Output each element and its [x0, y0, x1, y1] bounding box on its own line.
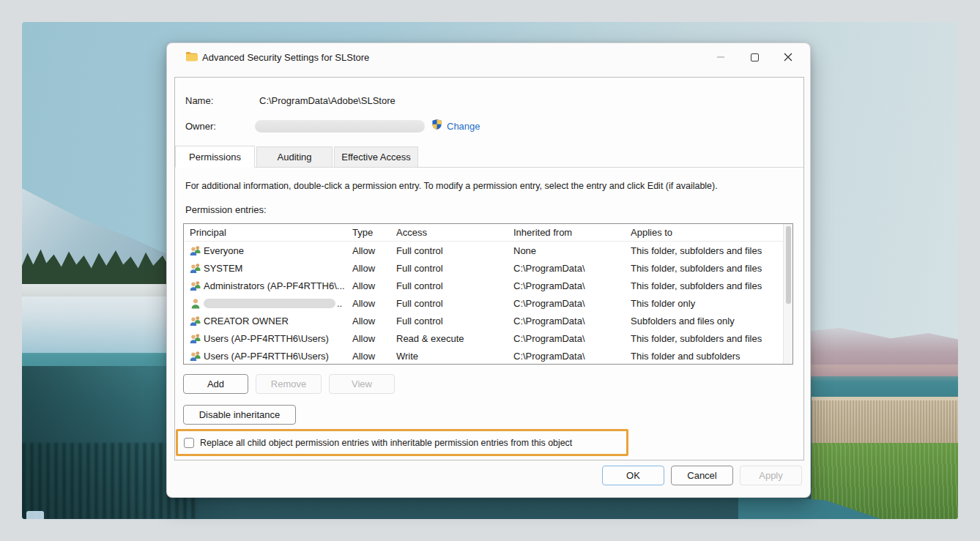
type-value: Allow [352, 263, 396, 274]
inherited-from-value: C:\ProgramData\ [513, 351, 631, 362]
info-text: For additional information, double-click… [185, 181, 718, 191]
permission-entry-row[interactable]: Users (AP-PF4RTTH6\Users)AllowRead & exe… [184, 329, 783, 347]
minimize-icon [717, 56, 724, 58]
access-value: Full control [396, 316, 513, 327]
type-value: Allow [352, 245, 396, 256]
cancel-button[interactable]: Cancel [671, 466, 733, 485]
column-header-inherited-from[interactable]: Inherited from [513, 227, 631, 238]
column-header-applies-to[interactable]: Applies to [631, 227, 783, 238]
principal-cell: CREATOR OWNER [184, 316, 352, 327]
permission-entry-row[interactable]: SYSTEMAllowFull controlC:\ProgramData\Th… [184, 259, 783, 277]
tab-auditing[interactable]: Auditing [256, 146, 333, 167]
column-header-access[interactable]: Access [396, 227, 513, 238]
principal-name: Users (AP-PF4RTTH6\Users) [204, 333, 329, 344]
tab-permissions[interactable]: Permissions [175, 146, 255, 168]
group-icon [190, 333, 204, 344]
replace-permissions-label: Replace all child object permission entr… [200, 438, 572, 448]
permission-entry-row[interactable]: CREATOR OWNERAllowFull controlC:\Program… [184, 312, 783, 329]
permission-entries-table: Principal Type Access Inherited from App… [183, 223, 793, 365]
access-value: Full control [396, 245, 513, 256]
applies-to-value: This folder, subfolders and files [631, 263, 783, 274]
remove-button: Remove [256, 374, 322, 394]
tab-effective-access[interactable]: Effective Access [334, 146, 418, 167]
permission-entries-label: Permission entries: [185, 204, 267, 215]
access-value: Full control [396, 263, 513, 274]
principal-name: Administrators (AP-PF4RTTH6\... [204, 280, 345, 291]
inherited-from-value: C:\ProgramData\ [513, 316, 631, 327]
tab-strip: Permissions Auditing Effective Access [175, 146, 803, 168]
principal-cell: SYSTEM [184, 263, 352, 274]
principal-name: .. [337, 298, 342, 309]
change-owner-link[interactable]: Change [447, 121, 480, 132]
add-button[interactable]: Add [183, 374, 248, 394]
wallpaper-reeds-field [812, 400, 958, 444]
principal-cell: Users (AP-PF4RTTH6\Users) [184, 351, 352, 362]
owner-redacted-pill [255, 120, 425, 133]
permission-entry-row[interactable]: EveryoneAllowFull controlNoneThis folder… [184, 242, 783, 259]
group-icon [190, 280, 204, 291]
highlight-box: Replace all child object permission entr… [176, 429, 628, 456]
applies-to-value: This folder, subfolders and files [631, 245, 783, 256]
close-icon [784, 53, 792, 61]
column-header-type[interactable]: Type [352, 227, 396, 238]
entry-action-buttons: Add Remove View [183, 374, 395, 394]
type-value: Allow [352, 316, 396, 327]
principal-name: Everyone [204, 245, 244, 256]
type-value: Allow [352, 298, 396, 309]
applies-to-value: This folder, subfolders and files [631, 280, 783, 291]
uac-shield-icon [431, 119, 442, 133]
table-body: EveryoneAllowFull controlNoneThis folder… [184, 242, 783, 365]
access-value: Full control [396, 280, 513, 291]
group-icon [190, 351, 204, 362]
principal-cell: Administrators (AP-PF4RTTH6\... [184, 280, 352, 291]
group-icon [190, 316, 204, 327]
inherited-from-value: C:\ProgramData\ [513, 333, 631, 344]
minimize-button [705, 46, 737, 68]
content-panel: Name: C:\ProgramData\Adobe\SLStore Owner… [174, 77, 804, 460]
inherited-from-value: C:\ProgramData\ [513, 280, 631, 291]
user-icon [190, 298, 204, 309]
scrollbar-thumb[interactable] [786, 226, 791, 304]
inherited-from-value: C:\ProgramData\ [513, 298, 631, 309]
folder-icon [185, 51, 198, 64]
principal-cell: Users (AP-PF4RTTH6\Users) [184, 333, 352, 344]
applies-to-value: This folder only [631, 298, 783, 309]
replace-permissions-checkbox[interactable] [184, 438, 194, 448]
access-value: Read & execute [396, 333, 513, 344]
applies-to-value: This folder and subfolders [631, 351, 783, 362]
ok-button[interactable]: OK [602, 466, 664, 485]
inherited-from-value: None [513, 245, 631, 256]
permission-entry-row[interactable]: ..AllowFull controlC:\ProgramData\This f… [184, 294, 783, 312]
group-icon [190, 263, 204, 274]
permission-entry-row[interactable]: Administrators (AP-PF4RTTH6\...AllowFull… [184, 277, 783, 294]
type-value: Allow [352, 280, 396, 291]
dialog-footer: OK Cancel Apply [602, 466, 802, 485]
principal-name: SYSTEM [204, 263, 242, 274]
table-scrollbar[interactable] [783, 224, 792, 364]
name-value: C:\ProgramData\Adobe\SLStore [259, 95, 396, 106]
dialog-title: Advanced Security Settings for SLStore [202, 52, 369, 63]
redacted-principal-pill [204, 299, 335, 308]
table-header: Principal Type Access Inherited from App… [184, 224, 783, 242]
principal-cell: .. [184, 298, 352, 309]
screenshot-frame: Advanced Security Settings for SLStore N… [0, 0, 980, 541]
advanced-security-dialog: Advanced Security Settings for SLStore N… [166, 42, 811, 498]
disable-inheritance-button[interactable]: Disable inheritance [183, 405, 296, 425]
owner-label: Owner: [185, 121, 216, 132]
permission-entry-row[interactable]: Users (AP-PF4RTTH6\Users)AllowWriteC:\Pr… [184, 347, 783, 365]
apply-button: Apply [740, 466, 802, 485]
maximize-button[interactable] [738, 46, 771, 68]
maximize-icon [751, 53, 759, 61]
inherited-from-value: C:\ProgramData\ [513, 263, 631, 274]
access-value: Full control [396, 298, 513, 309]
name-label: Name: [185, 95, 213, 106]
applies-to-value: Subfolders and files only [631, 316, 783, 327]
close-button[interactable] [772, 46, 804, 68]
principal-cell: Everyone [184, 245, 352, 256]
taskbar-icon-fragment [26, 511, 44, 519]
principal-name: Users (AP-PF4RTTH6\Users) [204, 351, 329, 362]
applies-to-value: This folder, subfolders and files [631, 333, 783, 344]
dialog-titlebar[interactable]: Advanced Security Settings for SLStore [167, 43, 810, 71]
access-value: Write [396, 351, 513, 362]
column-header-principal[interactable]: Principal [184, 227, 352, 238]
